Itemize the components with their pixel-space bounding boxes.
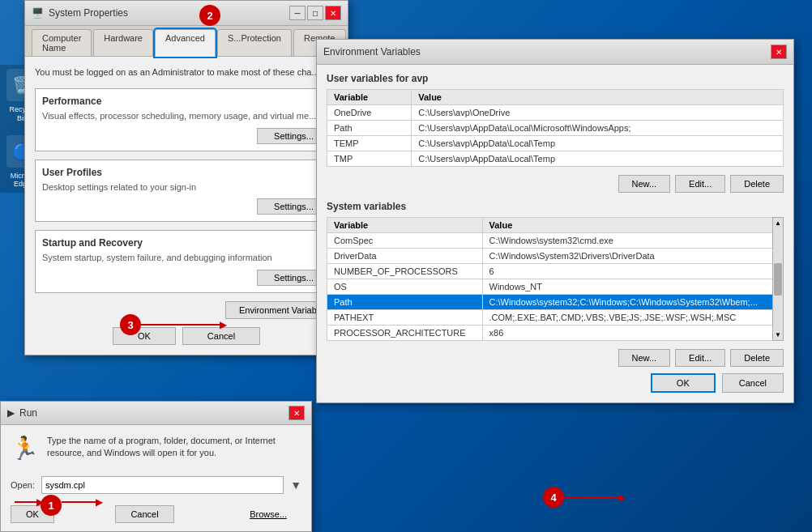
maximize-button[interactable]: □ [307, 6, 323, 20]
run-dialog-controls: ✕ [288, 406, 305, 420]
run-title-text: Run [19, 407, 37, 419]
tabs-container: Computer Name Hardware Advanced S...Prot… [25, 26, 348, 57]
startup-recovery-title: Startup and Recovery [42, 237, 331, 249]
run-icon: ▶ [7, 407, 15, 419]
annotation-arrow-1: ▶ [62, 501, 98, 503]
sys-var-row[interactable]: PathC:\Windows\system32;C:\Windows;C:\Wi… [327, 295, 784, 310]
user-vars-buttons: New... Edit... Delete [327, 175, 784, 193]
annotation-circle-3: 3 [120, 314, 141, 335]
sys-var-row[interactable]: PATHEXT.COM;.EXE;.BAT;.CMD;.VBS;.VBE;JS;… [327, 310, 784, 326]
sys-var-name: OS [327, 279, 483, 295]
admin-notice: You must be logged on as an Administrato… [35, 66, 338, 79]
user-var-name: TMP [327, 151, 412, 167]
sys-props-content: You must be logged on as an Administrato… [25, 57, 348, 355]
sys-var-value: Windows_NT [482, 279, 783, 295]
run-description: Type the name of a program, folder, docu… [47, 435, 301, 460]
sys-vars-table: Variable Value ComSpecC:\Windows\system3… [327, 217, 784, 341]
run-titlebar: ▶ Run ✕ [1, 402, 311, 425]
sys-var-value: C:\Windows\System32\Drivers\DriverData [482, 249, 783, 264]
user-profiles-desc: Desktop settings related to your sign-in [42, 181, 331, 194]
tab-computer-name[interactable]: Computer Name [32, 29, 92, 56]
user-var-value: C:\Users\avp\AppData\Local\Temp [412, 151, 784, 167]
sys-val-col-header: Value [482, 218, 783, 233]
close-button[interactable]: ✕ [325, 6, 341, 20]
startup-recovery-section: Startup and Recovery System startup, sys… [35, 230, 338, 292]
system-variables-section: System variables Variable Value ComSpecC… [327, 201, 784, 341]
sys-props-title-text: System Properties [49, 7, 128, 19]
sys-props-title-icon: 🖥️ [32, 7, 44, 19]
sys-var-name: PROCESSOR_ARCHITECTURE [327, 326, 483, 341]
user-var-value: C:\Users\avp\AppData\Local\Microsoft\Win… [412, 121, 784, 136]
annotation-circle-2: 2 [199, 5, 220, 26]
sys-var-name: PATHEXT [327, 310, 483, 326]
env-vars-ok-button[interactable]: OK [651, 373, 716, 393]
annotation-arrow-4: ▶ [564, 496, 621, 498]
sys-delete-button[interactable]: Delete [730, 349, 784, 367]
tab-hardware[interactable]: Hardware [93, 29, 153, 56]
sys-props-title: 🖥️ System Properties [32, 7, 128, 19]
performance-title: Performance [42, 96, 331, 107]
run-close-button[interactable]: ✕ [288, 406, 305, 420]
run-program-icon: 🏃 [11, 435, 39, 462]
sys-var-name: DriverData [327, 249, 483, 264]
user-var-row[interactable]: PathC:\Users\avp\AppData\Local\Microsoft… [327, 121, 784, 136]
sys-var-col-header: Variable [327, 218, 483, 233]
user-delete-button[interactable]: Delete [730, 175, 784, 193]
run-content: 🏃 Type the name of a program, folder, do… [1, 425, 311, 471]
sys-var-row[interactable]: OSWindows_NT [327, 279, 784, 295]
sys-vars-title: System variables [327, 201, 784, 212]
environment-variables-dialog: Environment Variables ✕ User variables f… [316, 39, 794, 403]
env-vars-cancel-button[interactable]: Cancel [722, 373, 784, 393]
sys-var-row[interactable]: NUMBER_OF_PROCESSORS6 [327, 264, 784, 279]
user-var-row[interactable]: TEMPC:\Users\avp\AppData\Local\Temp [327, 136, 784, 151]
user-var-name: Path [327, 121, 412, 136]
env-vars-dialog-controls: ✕ [771, 45, 787, 59]
run-title: ▶ Run [7, 407, 37, 419]
user-var-name: OneDrive [327, 105, 412, 121]
minimize-button[interactable]: ─ [289, 6, 306, 20]
tab-advanced[interactable]: Advanced [155, 29, 216, 57]
env-vars-title-text: Environment Variables [323, 46, 421, 57]
annotation-circle-4: 4 [543, 487, 564, 508]
system-properties-dialog: 🖥️ System Properties ─ □ ✕ Computer Name… [24, 0, 348, 355]
user-vars-title: User variables for avp [327, 73, 784, 84]
user-var-col-header: Variable [327, 90, 412, 105]
user-variables-section: User variables for avp Variable Value On… [327, 73, 784, 167]
user-vars-table: Variable Value OneDriveC:\Users\avp\OneD… [327, 89, 784, 167]
scrollbar[interactable]: ▲ ▼ [772, 217, 784, 341]
run-open-row: Open: ▼ [11, 476, 301, 494]
annotation-arrow-3: ▶ [141, 324, 222, 326]
annotation-arrow-1-left: ▶ [15, 501, 39, 503]
env-vars-titlebar: Environment Variables ✕ [317, 40, 793, 65]
sys-vars-buttons: New... Edit... Delete [327, 349, 784, 367]
run-open-input[interactable] [41, 476, 284, 494]
run-cancel-button[interactable]: Cancel [115, 505, 173, 523]
sys-var-row[interactable]: DriverDataC:\Windows\System32\Drivers\Dr… [327, 249, 784, 264]
env-vars-bottom-row: OK Cancel [327, 373, 784, 393]
user-var-row[interactable]: TMPC:\Users\avp\AppData\Local\Temp [327, 151, 784, 167]
sys-var-value: C:\Windows\system32\cmd.exe [482, 233, 783, 249]
user-new-button[interactable]: New... [618, 175, 671, 193]
sys-var-row[interactable]: PROCESSOR_ARCHITECTUREx86 [327, 326, 784, 341]
sys-var-row[interactable]: ComSpecC:\Windows\system32\cmd.exe [327, 233, 784, 249]
user-var-row[interactable]: OneDriveC:\Users\avp\OneDrive [327, 105, 784, 121]
user-var-name: TEMP [327, 136, 412, 151]
user-var-value: C:\Users\avp\AppData\Local\Temp [412, 136, 784, 151]
env-vars-btn-row: Environment Variab... [35, 301, 338, 319]
user-profiles-title: User Profiles [42, 167, 331, 178]
sys-var-value: x86 [482, 326, 783, 341]
sys-var-name: ComSpec [327, 233, 483, 249]
env-vars-close-button[interactable]: ✕ [771, 45, 787, 59]
run-open-label: Open: [11, 480, 35, 490]
sys-var-value: .COM;.EXE;.BAT;.CMD;.VBS;.VBE;JS;.JSE;.W… [482, 310, 783, 326]
tab-system-protection[interactable]: S...Protection [217, 29, 292, 56]
env-vars-title: Environment Variables [323, 46, 421, 57]
sys-edit-button[interactable]: Edit... [675, 349, 725, 367]
performance-section: Performance Visual effects, processor sc… [35, 88, 338, 151]
run-browse-button[interactable]: Browse... [235, 506, 301, 522]
sys-new-button[interactable]: New... [618, 349, 671, 367]
performance-desc: Visual effects, processor scheduling, me… [42, 110, 331, 122]
user-edit-button[interactable]: Edit... [675, 175, 725, 193]
sys-props-titlebar: 🖥️ System Properties ─ □ ✕ [25, 1, 348, 26]
run-dropdown-arrow[interactable]: ▼ [290, 479, 301, 492]
